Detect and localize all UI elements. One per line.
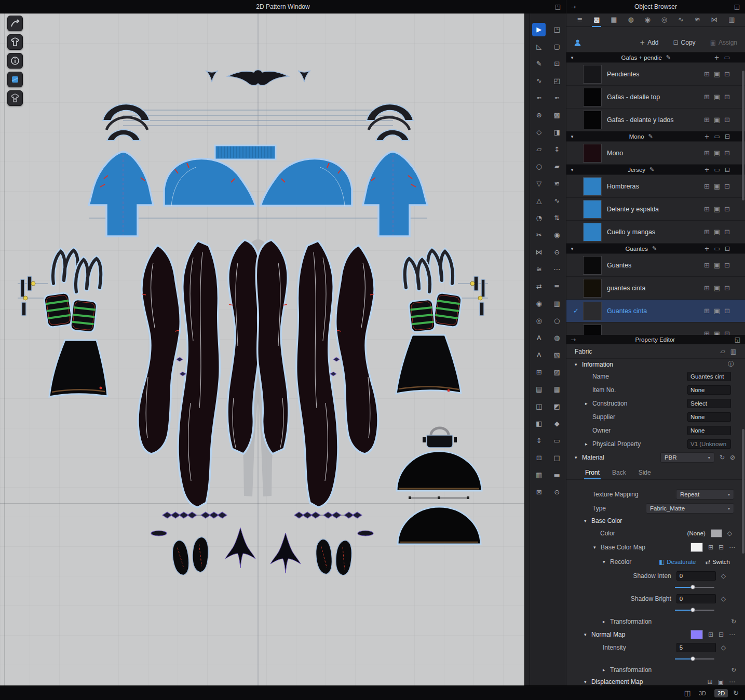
displacement-map-section-header[interactable]: ▾ Displacement Map ⊞ ▣ ⋯ — [566, 676, 745, 685]
tab-side[interactable]: Side — [638, 469, 652, 479]
layer-tool[interactable]: ▤ — [532, 383, 546, 396]
cut-sew-tool[interactable]: ✂ — [532, 228, 546, 242]
add-colorway-icon[interactable]: ⊞ — [704, 149, 710, 157]
add-button[interactable]: +Add — [640, 39, 658, 46]
normal-map-swatch[interactable] — [690, 630, 703, 639]
value-link-icon[interactable]: ◇ — [721, 644, 726, 651]
steam-tool[interactable]: ≈ — [550, 91, 564, 105]
folder-icon[interactable]: ▭ — [714, 245, 720, 252]
collapse-icon[interactable]: ▾ — [566, 167, 578, 172]
dual-view-icon[interactable]: ◫ — [684, 689, 690, 697]
info-icon[interactable]: ⓘ — [728, 360, 734, 369]
assign-fabric-icon[interactable]: ▣ — [714, 261, 720, 269]
map-settings-icon[interactable]: ⊞ — [708, 631, 713, 638]
seam-allowance-tool[interactable]: ▰ — [550, 160, 564, 173]
shadow-intensity-input[interactable]: 0 — [676, 571, 716, 581]
add-point-tool[interactable]: ⊕ — [532, 109, 546, 122]
collapse-icon[interactable]: ▾ — [575, 362, 582, 367]
edit-curve-point-tool[interactable]: ≈ — [532, 91, 546, 105]
material-section-header[interactable]: ▾ Material PBR ▾ ↻ ⊘ — [566, 451, 745, 464]
canvas-vertical-scrollbar[interactable] — [524, 14, 530, 685]
unlink-icon[interactable]: ⊘ — [730, 454, 735, 461]
copy-fabric-icon[interactable]: ⊡ — [724, 205, 730, 213]
value-link-icon[interactable]: ◇ — [721, 572, 726, 580]
collapse-icon[interactable]: ▾ — [584, 518, 591, 523]
curve-crease-tool[interactable] — [7, 16, 23, 31]
assign-fabric-icon[interactable]: ▣ — [714, 70, 720, 78]
item-no-field[interactable]: None — [687, 385, 731, 395]
scene-list-icon[interactable]: ≡ — [575, 14, 584, 27]
property-editor-scrollbar[interactable] — [742, 429, 744, 554]
rename-icon[interactable]: ✎ — [648, 133, 653, 140]
pin-tool[interactable]: ◉ — [532, 297, 546, 311]
fabric-list-item[interactable]: Delante y espalda ⊞▣⊡ — [566, 198, 745, 221]
open-fabric-icon[interactable]: ▱ — [720, 348, 725, 355]
copy-fabric-icon[interactable]: ⊡ — [724, 228, 730, 236]
rectangle-tool[interactable]: ▱ — [532, 143, 546, 156]
slider-thumb[interactable] — [690, 656, 695, 661]
assign-fabric-icon[interactable]: ▣ — [714, 330, 720, 335]
map-settings-icon[interactable]: ⊞ — [708, 678, 713, 685]
collapse-icon[interactable]: ▾ — [593, 545, 601, 550]
hem-tool[interactable]: ▬ — [550, 468, 564, 482]
view-2d-button[interactable]: 2D — [714, 689, 728, 697]
unfold-tool[interactable]: ◰ — [550, 74, 564, 88]
assign-fabric-icon[interactable]: ▣ — [714, 284, 720, 292]
tab-back[interactable]: Back — [611, 469, 627, 479]
add-colorway-icon[interactable]: ⊞ — [704, 284, 710, 292]
copy-fabric-icon[interactable]: ⊡ — [724, 307, 730, 315]
base-color-map-swatch[interactable] — [690, 543, 703, 552]
pleat-tool[interactable]: ▧ — [550, 348, 564, 362]
assign-fabric-icon[interactable]: ▣ — [714, 307, 720, 315]
rename-icon[interactable]: ✎ — [649, 166, 654, 173]
type-dropdown[interactable]: Fabric_Matte ▾ — [646, 503, 734, 514]
folder-icon[interactable]: ▭ — [714, 166, 720, 173]
grid-tool[interactable]: ⊡ — [532, 451, 546, 465]
copy-fabric-icon[interactable]: ⊡ — [724, 284, 730, 292]
binding-tool[interactable]: ▥ — [550, 297, 564, 311]
pattern-annotation-tool[interactable]: A — [532, 348, 546, 362]
switch-button[interactable]: ⇄Switch — [705, 558, 730, 566]
assign-fabric-icon[interactable]: ▣ — [714, 205, 720, 213]
symmetry-tool[interactable]: ◫ — [532, 400, 546, 413]
fabric-list-item[interactable]: Mono ⊞▣⊡ — [566, 142, 745, 165]
colorway-tool[interactable]: ◩ — [550, 400, 564, 413]
value-link-icon[interactable]: ◇ — [727, 530, 732, 537]
add-fabric-icon[interactable]: + — [705, 133, 710, 140]
fold-tool[interactable]: ◧ — [532, 417, 546, 430]
grading-tool[interactable]: ⊞ — [532, 366, 546, 379]
tuck-tool[interactable]: ▨ — [550, 366, 564, 379]
intensity-slider[interactable] — [675, 658, 714, 659]
button-tool[interactable]: ◉ — [550, 228, 564, 242]
elastic-tool[interactable]: ≋ — [550, 177, 564, 191]
fabric-list-item[interactable]: Cuello y mangas ⊞▣⊡ — [566, 221, 745, 244]
add-fabric-icon[interactable]: + — [714, 54, 720, 61]
refresh-view-icon[interactable]: ↻ — [733, 689, 739, 697]
assign-fabric-icon[interactable]: ▣ — [714, 149, 720, 157]
copy-button[interactable]: ⊡Copy — [673, 39, 696, 46]
zipper-tool[interactable]: ⇅ — [550, 211, 564, 225]
rename-icon[interactable]: ✎ — [666, 54, 671, 61]
expand-icon[interactable]: ▸ — [603, 667, 610, 672]
copy-fabric-icon[interactable]: ⊡ — [724, 149, 730, 157]
folder-icon[interactable]: ▭ — [714, 133, 720, 140]
map-settings-icon[interactable]: ⊞ — [708, 544, 713, 551]
panel-toggle-icon[interactable]: ◱ — [735, 336, 740, 343]
physical-property-field[interactable]: V1 (Unknown — [687, 439, 731, 449]
add-fabric-icon[interactable]: + — [705, 245, 710, 252]
more-options-icon[interactable]: ⋯ — [729, 631, 735, 638]
edit-pattern-tool[interactable]: ✎ — [532, 57, 546, 71]
swap-sew-tool[interactable]: ⇄ — [532, 280, 546, 293]
collapse-icon[interactable]: ▾ — [566, 55, 578, 60]
add-colorway-icon[interactable]: ⊞ — [704, 93, 710, 101]
add-colorway-icon[interactable]: ⊞ — [704, 70, 710, 78]
resize-window-tool[interactable]: ◳ — [550, 23, 564, 36]
fabric-group-header[interactable]: ▾ Mono✎ +▭⊟ — [566, 131, 745, 142]
float-window-icon[interactable]: ◳ — [555, 0, 561, 14]
tape-tool[interactable]: ▭ — [550, 434, 564, 448]
assign-fabric-icon[interactable]: ▣ — [714, 228, 720, 236]
graphic-icon[interactable]: ▦ — [609, 14, 618, 27]
copy-fabric-icon[interactable]: ⊡ — [724, 261, 730, 269]
shrink-tool[interactable]: ◨ — [550, 126, 564, 139]
fabric-direction-tool[interactable]: ↕ — [550, 143, 564, 156]
